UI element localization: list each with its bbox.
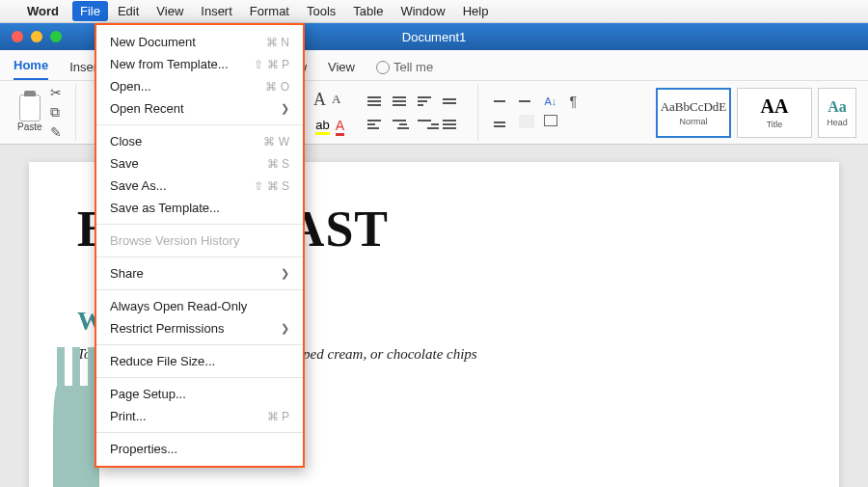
menu-insert[interactable]: Insert — [201, 4, 232, 18]
app-name[interactable]: Word — [27, 4, 59, 18]
menu-item[interactable]: Save⌘ S — [96, 152, 303, 175]
grow-font-icon[interactable]: A — [313, 90, 326, 110]
justify-icon[interactable] — [443, 115, 464, 134]
menu-format[interactable]: Format — [250, 4, 289, 18]
bulb-icon — [376, 61, 390, 74]
highlight-icon[interactable]: ab — [315, 118, 329, 135]
indent-right-icon[interactable] — [519, 92, 540, 111]
copy-icon[interactable]: ⧉ — [50, 104, 62, 121]
minimize-window-icon[interactable] — [31, 31, 42, 42]
font-color-icon[interactable]: A — [336, 118, 344, 136]
shading-icon[interactable] — [519, 115, 534, 128]
menu-edit[interactable]: Edit — [118, 4, 139, 18]
tell-me[interactable]: Tell me — [376, 60, 433, 80]
tab-view[interactable]: View — [328, 60, 355, 80]
align-right-icon[interactable] — [418, 115, 439, 134]
style-heading[interactable]: Aa Head — [818, 88, 856, 138]
menu-item[interactable]: Open...⌘ O — [96, 75, 303, 97]
borders-icon[interactable] — [544, 115, 557, 126]
style-preview: AA — [761, 95, 789, 118]
chevron-right-icon: ❯ — [281, 267, 289, 280]
paragraph-group — [362, 85, 478, 141]
close-window-icon[interactable] — [12, 31, 23, 42]
menu-item: Browse Version History — [96, 230, 303, 252]
style-preview: AaBbCcDdE — [661, 99, 727, 115]
shrink-font-icon[interactable]: A — [332, 92, 340, 107]
chevron-right-icon: ❯ — [281, 102, 289, 115]
style-normal[interactable]: AaBbCcDdE Normal — [656, 88, 731, 138]
numbering-icon[interactable] — [393, 92, 414, 111]
menu-item[interactable]: Page Setup... — [96, 383, 303, 405]
menu-item[interactable]: Print...⌘ P — [96, 405, 303, 427]
tab-home[interactable]: Home — [14, 58, 48, 80]
styles-gallery: AaBbCcDdE Normal AA Title Aa Head — [656, 88, 856, 138]
align-left-icon[interactable] — [367, 115, 389, 134]
align-center-icon[interactable] — [393, 115, 414, 134]
indent-icon[interactable] — [443, 92, 464, 111]
paragraph-extra: A↓ ¶ — [488, 85, 596, 141]
menu-help[interactable]: Help — [463, 4, 489, 18]
menu-file[interactable]: File — [72, 1, 108, 21]
menu-table[interactable]: Table — [353, 4, 383, 18]
menu-tools[interactable]: Tools — [307, 4, 336, 18]
menu-item[interactable]: Close⌘ W — [96, 130, 303, 152]
multilevel-icon[interactable] — [418, 92, 439, 111]
menu-item[interactable]: Save As...⇧ ⌘ S — [96, 175, 303, 197]
indent-left-icon[interactable] — [494, 92, 515, 111]
format-painter-icon[interactable]: ✎ — [50, 124, 62, 140]
style-preview: Aa — [827, 98, 847, 116]
menu-item[interactable]: Restrict Permissions❯ — [96, 317, 303, 339]
menu-item[interactable]: New Document⌘ N — [96, 31, 303, 53]
menu-window[interactable]: Window — [400, 4, 445, 18]
menu-item[interactable]: Reduce File Size... — [96, 350, 303, 372]
maximize-window-icon[interactable] — [50, 31, 62, 42]
mac-menubar: Word File Edit View Insert Format Tools … — [0, 0, 868, 23]
menu-view[interactable]: View — [156, 4, 183, 18]
paste-button[interactable]: Paste — [17, 93, 42, 132]
menu-item[interactable]: Always Open Read-Only — [96, 295, 303, 317]
line-spacing-icon[interactable] — [494, 115, 515, 134]
menu-item[interactable]: Open Recent❯ — [96, 97, 303, 120]
style-title[interactable]: AA Title — [737, 88, 812, 138]
tell-me-label: Tell me — [393, 60, 433, 74]
style-name: Normal — [679, 117, 707, 126]
menu-item[interactable]: Properties... — [96, 438, 303, 460]
style-name: Head — [827, 118, 848, 127]
paste-label: Paste — [17, 122, 42, 132]
cut-icon[interactable]: ✂ — [50, 85, 62, 100]
chevron-right-icon: ❯ — [281, 322, 289, 335]
font-size-group: A A ab A — [308, 85, 352, 141]
style-name: Title — [767, 120, 783, 129]
pilcrow-icon[interactable]: ¶ — [569, 92, 590, 111]
menu-item[interactable]: Save as Template... — [96, 197, 303, 219]
traffic-lights — [12, 31, 62, 42]
document-title: Document1 — [402, 30, 466, 44]
clipboard-group: Paste ✂ ⧉ ✎ — [12, 85, 76, 141]
menu-item[interactable]: Share❯ — [96, 262, 303, 284]
menu-item[interactable]: New from Template...⇧ ⌘ P — [96, 53, 303, 75]
bullets-icon[interactable] — [367, 92, 389, 111]
file-dropdown-menu: New Document⌘ NNew from Template...⇧ ⌘ P… — [95, 23, 305, 468]
sort-icon[interactable]: A↓ — [544, 92, 565, 111]
